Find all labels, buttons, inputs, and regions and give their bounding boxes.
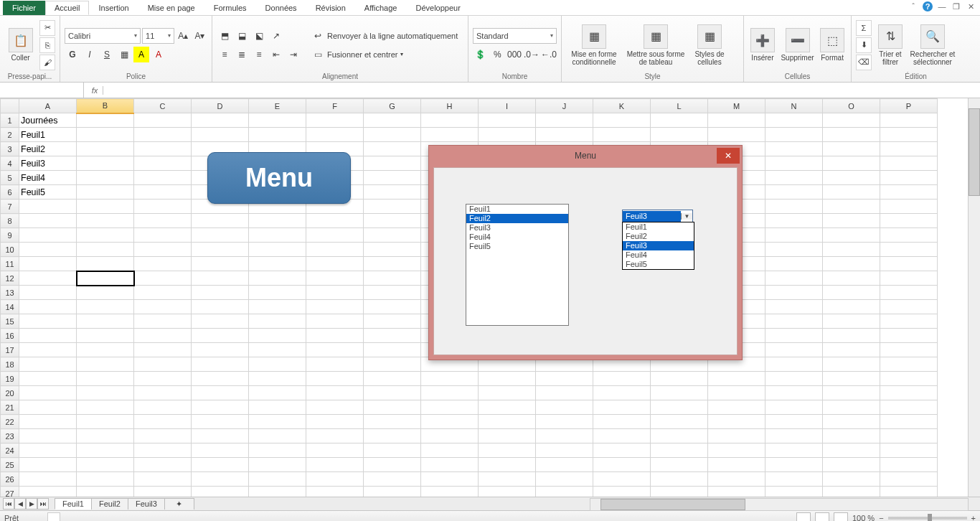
cell-M19[interactable] xyxy=(708,372,765,386)
cell-B9[interactable] xyxy=(77,228,134,243)
cell-P20[interactable] xyxy=(880,386,938,400)
sheet-tab[interactable]: Feuil1 xyxy=(55,498,92,510)
cell-B23[interactable] xyxy=(77,429,134,443)
cell-A11[interactable] xyxy=(19,257,77,271)
cell-O18[interactable] xyxy=(823,357,880,372)
cell-G5[interactable] xyxy=(364,171,421,185)
cell-P21[interactable] xyxy=(880,400,938,415)
cell-H21[interactable] xyxy=(421,400,479,415)
cell-N8[interactable] xyxy=(765,214,823,228)
cell-G18[interactable] xyxy=(364,357,421,372)
cell-A26[interactable] xyxy=(19,472,77,487)
cell-L25[interactable] xyxy=(651,458,708,472)
listbox-item[interactable]: Feuil3 xyxy=(466,223,568,233)
cell-E11[interactable] xyxy=(249,257,306,271)
cell-O1[interactable] xyxy=(823,113,880,128)
bold-button[interactable]: G xyxy=(65,47,80,62)
cell-A1[interactable]: Journées xyxy=(19,113,77,128)
new-sheet-button[interactable]: ✦ xyxy=(164,498,194,510)
col-header-P[interactable]: P xyxy=(880,99,938,113)
listbox-item[interactable]: Feuil1 xyxy=(466,205,568,214)
cell-A2[interactable]: Feuil1 xyxy=(19,128,77,142)
align-middle-button[interactable]: ⬓ xyxy=(234,28,250,44)
cell-J1[interactable] xyxy=(536,113,593,128)
cell-F14[interactable] xyxy=(306,300,364,314)
cell-A4[interactable]: Feuil3 xyxy=(19,156,77,171)
cell-D14[interactable] xyxy=(192,300,249,314)
cell-H20[interactable] xyxy=(421,386,479,400)
cell-I23[interactable] xyxy=(479,429,536,443)
zoom-in-button[interactable]: + xyxy=(971,514,976,521)
cell-E8[interactable] xyxy=(249,214,306,228)
cell-D17[interactable] xyxy=(192,343,249,357)
font-color-button[interactable]: A xyxy=(151,47,166,62)
font-name-combo[interactable]: Calibri▾ xyxy=(65,28,141,44)
cell-G19[interactable] xyxy=(364,372,421,386)
cell-F13[interactable] xyxy=(306,286,364,300)
row-header-3[interactable]: 3 xyxy=(1,142,19,156)
cell-J21[interactable] xyxy=(536,400,593,415)
cell-M20[interactable] xyxy=(708,386,765,400)
cell-H25[interactable] xyxy=(421,458,479,472)
cell-L27[interactable] xyxy=(651,487,708,497)
fill-color-button[interactable]: A xyxy=(133,47,149,62)
col-header-O[interactable]: O xyxy=(823,99,880,113)
cell-P9[interactable] xyxy=(880,228,938,243)
cell-J25[interactable] xyxy=(536,458,593,472)
cell-O23[interactable] xyxy=(823,429,880,443)
tab-formulas[interactable]: Formules xyxy=(204,1,256,15)
cell-P13[interactable] xyxy=(880,286,938,300)
cell-B18[interactable] xyxy=(77,357,134,372)
cell-D13[interactable] xyxy=(192,286,249,300)
increase-indent-button[interactable]: ⇥ xyxy=(286,47,301,62)
cell-M24[interactable] xyxy=(708,443,765,458)
cell-O16[interactable] xyxy=(823,329,880,343)
cell-H19[interactable] xyxy=(421,372,479,386)
cell-D11[interactable] xyxy=(192,257,249,271)
cell-N20[interactable] xyxy=(765,386,823,400)
cell-B8[interactable] xyxy=(77,214,134,228)
cell-O19[interactable] xyxy=(823,372,880,386)
minimize-icon[interactable]: — xyxy=(937,1,947,11)
wrap-text-button[interactable]: Renvoyer à la ligne automatiquement xyxy=(327,32,458,40)
tab-file[interactable]: Fichier xyxy=(3,1,45,15)
cell-C10[interactable] xyxy=(134,243,192,257)
cell-N2[interactable] xyxy=(765,128,823,142)
cell-N15[interactable] xyxy=(765,314,823,329)
cell-N18[interactable] xyxy=(765,357,823,372)
cell-F12[interactable] xyxy=(306,271,364,286)
underline-button[interactable]: S xyxy=(99,47,115,62)
grow-font-button[interactable]: A▴ xyxy=(176,28,191,44)
cell-O7[interactable] xyxy=(823,200,880,214)
cell-A3[interactable]: Feuil2 xyxy=(19,142,77,156)
cell-B6[interactable] xyxy=(77,185,134,200)
tab-data[interactable]: Données xyxy=(256,1,306,15)
cell-E16[interactable] xyxy=(249,329,306,343)
cell-O25[interactable] xyxy=(823,458,880,472)
cell-F20[interactable] xyxy=(306,386,364,400)
cell-G2[interactable] xyxy=(364,128,421,142)
cell-M26[interactable] xyxy=(708,472,765,487)
col-header-M[interactable]: M xyxy=(708,99,765,113)
cell-J26[interactable] xyxy=(536,472,593,487)
cell-G17[interactable] xyxy=(364,343,421,357)
cell-C22[interactable] xyxy=(134,415,192,429)
cell-N11[interactable] xyxy=(765,257,823,271)
cell-C1[interactable] xyxy=(134,113,192,128)
cell-J22[interactable] xyxy=(536,415,593,429)
cell-D24[interactable] xyxy=(192,443,249,458)
cell-J24[interactable] xyxy=(536,443,593,458)
dropdown-item[interactable]: Feuil5 xyxy=(623,260,694,269)
cell-E25[interactable] xyxy=(249,458,306,472)
cell-O14[interactable] xyxy=(823,300,880,314)
row-header-2[interactable]: 2 xyxy=(1,128,19,142)
format-painter-button[interactable]: 🖌 xyxy=(39,55,55,70)
cell-F17[interactable] xyxy=(306,343,364,357)
cell-O21[interactable] xyxy=(823,400,880,415)
cell-P7[interactable] xyxy=(880,200,938,214)
cell-C18[interactable] xyxy=(134,357,192,372)
cell-D19[interactable] xyxy=(192,372,249,386)
cell-N27[interactable] xyxy=(765,487,823,497)
cell-K25[interactable] xyxy=(593,458,651,472)
cell-N24[interactable] xyxy=(765,443,823,458)
